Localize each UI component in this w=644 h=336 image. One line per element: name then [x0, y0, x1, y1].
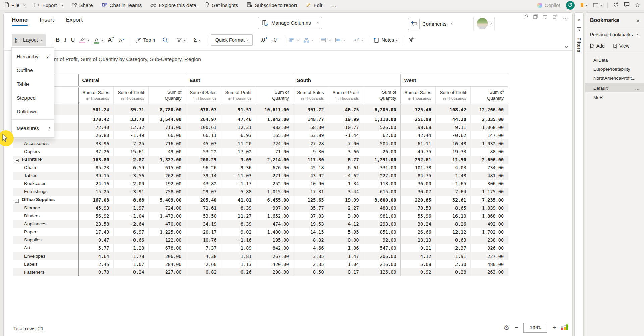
cell[interactable]: 2.35: [293, 260, 328, 268]
cell[interactable]: 16.10: [435, 212, 470, 220]
cell[interactable]: 678.00: [148, 244, 186, 252]
cell[interactable]: 5,409.00: [148, 196, 186, 204]
notes-button[interactable]: Notes: [373, 37, 398, 43]
cell[interactable]: 12.32: [113, 123, 148, 131]
row-label[interactable]: Accessories: [13, 139, 78, 148]
cell[interactable]: 3.05: [221, 156, 256, 164]
cell[interactable]: 734.00: [470, 164, 508, 172]
cell[interactable]: 9.47: [78, 236, 113, 244]
cell[interactable]: 1,118.00: [363, 115, 400, 123]
cell[interactable]: 2,696.00: [470, 156, 508, 164]
cell[interactable]: 206.00: [148, 252, 186, 260]
measure-header[interactable]: Sum of Salesin Thousands: [293, 87, 328, 104]
cell[interactable]: 713.00: [148, 123, 186, 131]
comments-top-button[interactable]: [624, 2, 630, 8]
measure-header[interactable]: Sum of Quantity: [470, 87, 508, 104]
cell[interactable]: 263.00: [470, 268, 508, 276]
cell[interactable]: 1.81: [221, 252, 256, 260]
menu-item-drilldown[interactable]: Drilldown: [12, 105, 54, 118]
cell[interactable]: 1,175.00: [470, 188, 508, 196]
measure-header[interactable]: Sum of Profitin Thousands: [435, 87, 470, 104]
cell[interactable]: 306.00: [470, 180, 508, 188]
favorite-button[interactable]: ☆: [635, 2, 640, 9]
cell[interactable]: 101.78: [400, 164, 435, 172]
cell[interactable]: 43.92: [293, 172, 328, 180]
collapse-pane-button[interactable]: «: [578, 17, 580, 22]
region-header[interactable]: South: [293, 74, 400, 87]
cell[interactable]: 842.00: [256, 244, 293, 252]
cell[interactable]: 7.37: [186, 244, 221, 252]
cell[interactable]: -4.62: [328, 172, 363, 180]
region-header[interactable]: West: [400, 74, 508, 87]
cell[interactable]: 10.90: [293, 180, 328, 188]
underline-button[interactable]: U: [71, 37, 75, 43]
cell[interactable]: 284.00: [148, 260, 186, 268]
cell[interactable]: -3.56: [113, 172, 148, 180]
cell[interactable]: 88.00: [470, 148, 508, 156]
cell[interactable]: -1.16: [221, 236, 256, 244]
add-bookmark-button[interactable]: Add: [590, 43, 605, 49]
expand-panel-button[interactable]: »: [637, 18, 639, 23]
cell[interactable]: 391.72: [293, 104, 328, 115]
popout-button[interactable]: [553, 14, 557, 20]
cell[interactable]: 15.61: [113, 148, 148, 156]
cell[interactable]: 10.77: [328, 123, 363, 131]
cell[interactable]: -3.91: [113, 188, 148, 196]
cell[interactable]: 264.97: [186, 115, 221, 123]
cell[interactable]: 1.97: [113, 204, 148, 212]
reset-view-button[interactable]: [566, 1, 575, 10]
zoom-out-button[interactable]: −: [515, 324, 518, 331]
cell[interactable]: 676.00: [256, 164, 293, 172]
cell[interactable]: 92.00: [363, 236, 400, 244]
cell[interactable]: 9.11: [435, 123, 470, 131]
refresh-button[interactable]: [613, 2, 619, 9]
cell[interactable]: 6.61: [328, 164, 363, 172]
bookmark-item[interactable]: MoR: [585, 93, 644, 102]
cell[interactable]: 118.00: [363, 180, 400, 188]
cell[interactable]: 27.28: [293, 139, 328, 148]
cell[interactable]: 37.03: [293, 212, 328, 220]
cell[interactable]: 71.00: [256, 148, 293, 156]
cell[interactable]: 11.27: [221, 212, 256, 220]
cell[interactable]: 126.00: [363, 268, 400, 276]
bookmark-item[interactable]: NorthAmericaProfit...: [585, 74, 644, 83]
cell[interactable]: 192.00: [148, 180, 186, 188]
chart-view-icon[interactable]: [561, 324, 568, 332]
cell[interactable]: 12.31: [221, 123, 256, 131]
cell[interactable]: 293.00: [363, 220, 400, 228]
measure-header[interactable]: Sum of Quantity: [363, 87, 400, 104]
cell[interactable]: 4.03: [435, 164, 470, 172]
cell[interactable]: 8.32: [293, 236, 328, 244]
cell[interactable]: 6,455.00: [256, 196, 293, 204]
cell[interactable]: 420.00: [256, 260, 293, 268]
cell[interactable]: 926.00: [470, 244, 508, 252]
more-icon[interactable]: …: [635, 85, 640, 91]
cell[interactable]: 1,652.00: [256, 212, 293, 220]
cell[interactable]: 474.00: [256, 220, 293, 228]
cell[interactable]: 45.03: [186, 139, 221, 148]
cell[interactable]: 8.39: [221, 204, 256, 212]
cell[interactable]: 227.00: [470, 252, 508, 260]
cell[interactable]: 72.40: [78, 123, 113, 131]
cell[interactable]: 1.34: [328, 180, 363, 188]
view-bookmarks-button[interactable]: View: [613, 43, 629, 49]
row-label[interactable]: Chairs: [13, 164, 78, 172]
tab-insert[interactable]: Insert: [40, 17, 54, 26]
cell[interactable]: 1,068.00: [470, 123, 508, 131]
cell[interactable]: 17.49: [78, 228, 113, 236]
cell[interactable]: 1,400.00: [256, 228, 293, 236]
cell[interactable]: 488.00: [363, 204, 400, 212]
tab-home[interactable]: Home: [12, 17, 28, 26]
menu-item-hierarchy[interactable]: Hierarchy ✓: [12, 50, 54, 63]
cell[interactable]: 19.99: [328, 115, 363, 123]
cell[interactable]: 1.48: [435, 172, 470, 180]
cell[interactable]: 1.04: [328, 260, 363, 268]
collapse-ribbon-button[interactable]: [565, 45, 568, 48]
cell[interactable]: 1,015.00: [256, 188, 293, 196]
view-mode-button[interactable]: [593, 3, 602, 7]
cell[interactable]: 8.26: [435, 220, 470, 228]
cell[interactable]: 501.24: [78, 104, 113, 115]
cell[interactable]: 70.53: [400, 204, 435, 212]
cell[interactable]: 122.00: [148, 236, 186, 244]
row-label[interactable]: Copiers: [13, 148, 78, 156]
